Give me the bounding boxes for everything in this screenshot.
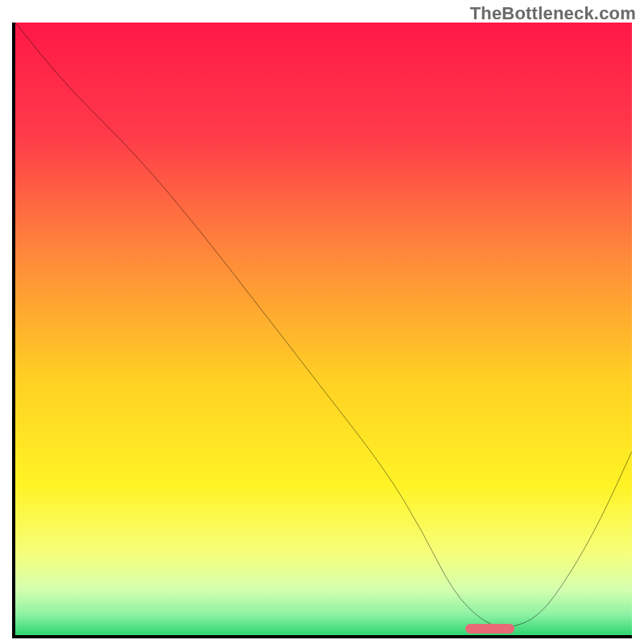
curve-layer xyxy=(15,23,632,635)
watermark-text: TheBottleneck.com xyxy=(470,3,636,24)
bottleneck-curve-path xyxy=(15,23,632,627)
plot-area xyxy=(12,23,632,638)
optimal-marker xyxy=(465,624,514,634)
bottleneck-chart: TheBottleneck.com xyxy=(0,0,644,644)
